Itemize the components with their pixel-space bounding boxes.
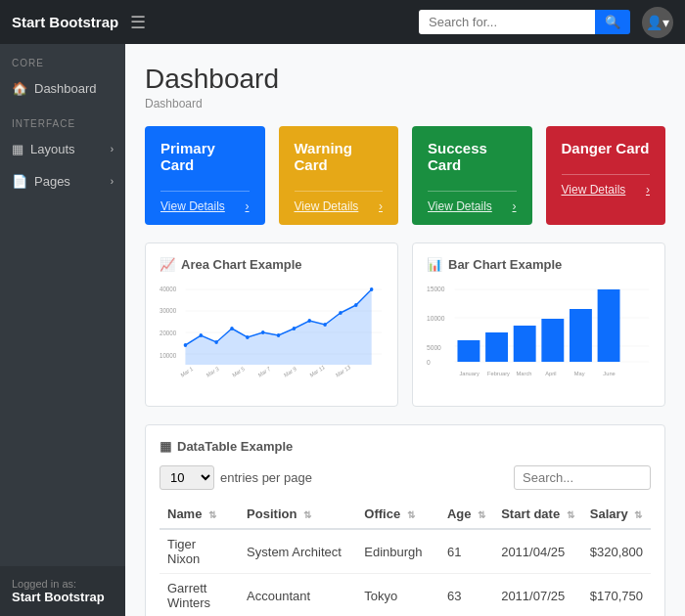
svg-text:Mar 3: Mar 3 bbox=[206, 366, 219, 378]
sidebar-item-layouts[interactable]: ▦ Layouts › bbox=[0, 133, 125, 165]
cards-row: Primary Card View Details › Warning Card… bbox=[145, 126, 665, 225]
svg-text:Mar 7: Mar 7 bbox=[257, 366, 271, 378]
table-cell-position: System Architect bbox=[239, 529, 356, 574]
card-warning-link[interactable]: View Details › bbox=[295, 191, 384, 213]
col-header-position[interactable]: Position ⇅ bbox=[239, 500, 356, 529]
svg-text:May: May bbox=[574, 371, 585, 376]
svg-text:Mar 5: Mar 5 bbox=[231, 366, 245, 378]
svg-text:Mar 13: Mar 13 bbox=[335, 364, 351, 378]
svg-point-17 bbox=[323, 323, 327, 327]
card-primary-title: Primary Card bbox=[160, 140, 250, 173]
svg-point-12 bbox=[246, 335, 250, 339]
svg-text:30000: 30000 bbox=[160, 307, 176, 314]
sidebar-item-pages[interactable]: 📄 Pages › bbox=[0, 165, 125, 198]
search-button[interactable]: 🔍 bbox=[595, 10, 630, 34]
sidebar-toggle-icon[interactable]: ☰ bbox=[130, 12, 146, 33]
sort-icon: ⇅ bbox=[634, 509, 642, 520]
card-danger-link-text: View Details bbox=[562, 183, 626, 197]
chevron-right-icon: › bbox=[111, 144, 114, 154]
svg-point-16 bbox=[307, 319, 311, 323]
sort-icon: ⇅ bbox=[478, 509, 485, 520]
table-row: Garrett WintersAccountantTokyo632011/07/… bbox=[160, 574, 651, 617]
datatable-icon: ▦ bbox=[160, 439, 171, 454]
area-chart-svg: 40000 30000 20000 10000 bbox=[160, 282, 384, 389]
logged-in-label: Logged in as: bbox=[12, 578, 114, 590]
chevron-right-icon: › bbox=[379, 199, 383, 213]
chevron-right-icon: › bbox=[111, 176, 114, 187]
table-cell-age: 63 bbox=[439, 574, 493, 617]
svg-text:10000: 10000 bbox=[160, 352, 176, 359]
datatable-search-input[interactable] bbox=[514, 465, 651, 490]
entries-label: entries per page bbox=[220, 470, 312, 485]
chevron-right-icon: › bbox=[513, 199, 517, 213]
area-chart-box: 📈 Area Chart Example 40000 30000 20000 1… bbox=[145, 242, 398, 407]
table-cell-start_date: 2011/04/25 bbox=[493, 529, 582, 574]
card-success: Success Card View Details › bbox=[412, 126, 532, 225]
svg-text:20000: 20000 bbox=[160, 330, 176, 336]
page-title: Dashboard bbox=[145, 64, 665, 95]
area-chart-title: 📈 Area Chart Example bbox=[160, 257, 384, 272]
area-chart-title-text: Area Chart Example bbox=[181, 257, 302, 272]
charts-row: 📈 Area Chart Example 40000 30000 20000 1… bbox=[145, 242, 665, 407]
sort-icon: ⇅ bbox=[567, 509, 574, 520]
sort-icon: ⇅ bbox=[303, 509, 311, 520]
svg-text:January: January bbox=[459, 371, 479, 376]
entries-select[interactable]: 10 25 50 100 bbox=[160, 465, 214, 490]
bar-chart-title: 📊 Bar Chart Example bbox=[427, 257, 651, 272]
card-primary: Primary Card View Details › bbox=[145, 126, 265, 225]
svg-point-20 bbox=[370, 287, 374, 291]
card-warning-title: Warning Card bbox=[295, 140, 384, 173]
svg-point-15 bbox=[293, 327, 297, 330]
sort-icon: ⇅ bbox=[208, 509, 216, 520]
search-input[interactable] bbox=[419, 10, 595, 34]
datatable-entries-control: 10 25 50 100 entries per page bbox=[160, 465, 312, 490]
table-cell-name: Garrett Winters bbox=[160, 574, 239, 617]
col-header-age[interactable]: Age ⇅ bbox=[439, 500, 493, 529]
table-header-row: Name ⇅ Position ⇅ Office ⇅ Age ⇅ Start d… bbox=[160, 500, 651, 529]
chevron-right-icon: › bbox=[646, 183, 650, 197]
col-header-name[interactable]: Name ⇅ bbox=[160, 500, 239, 529]
area-chart-icon: 📈 bbox=[160, 257, 175, 272]
col-header-salary[interactable]: Salary ⇅ bbox=[582, 500, 651, 529]
svg-text:February: February bbox=[487, 371, 510, 376]
sort-icon: ⇅ bbox=[407, 509, 415, 520]
card-primary-link-text: View Details bbox=[160, 199, 225, 213]
svg-point-9 bbox=[200, 333, 204, 337]
avatar[interactable]: 👤▾ bbox=[642, 7, 673, 38]
datatable-table: Name ⇅ Position ⇅ Office ⇅ Age ⇅ Start d… bbox=[160, 500, 651, 616]
card-primary-link[interactable]: View Details › bbox=[160, 191, 250, 213]
col-header-start-date[interactable]: Start date ⇅ bbox=[493, 500, 582, 529]
main-content: Dashboard Dashboard Primary Card View De… bbox=[125, 44, 685, 616]
sidebar-item-label: Layouts bbox=[30, 142, 75, 156]
card-success-link[interactable]: View Details › bbox=[428, 191, 517, 213]
svg-text:Mar 1: Mar 1 bbox=[180, 366, 194, 378]
table-cell-salary: $320,800 bbox=[582, 529, 651, 574]
svg-text:Mar 11: Mar 11 bbox=[309, 364, 326, 378]
datatable-tbody: Tiger NixonSystem ArchitectEdinburgh6120… bbox=[160, 529, 651, 616]
search-form: 🔍 bbox=[419, 10, 630, 34]
pages-icon: 📄 bbox=[12, 174, 27, 189]
svg-text:5000: 5000 bbox=[427, 344, 441, 351]
card-warning: Warning Card View Details › bbox=[279, 126, 399, 225]
datatable-controls: 10 25 50 100 entries per page bbox=[160, 465, 651, 490]
col-header-office[interactable]: Office ⇅ bbox=[356, 500, 439, 529]
svg-text:15000: 15000 bbox=[427, 286, 445, 292]
table-cell-name: Tiger Nixon bbox=[160, 529, 239, 574]
datatable-title: ▦ DataTable Example bbox=[160, 439, 651, 454]
sidebar-item-dashboard[interactable]: 🏠 Dashboard bbox=[0, 72, 125, 105]
svg-text:April: April bbox=[545, 371, 556, 376]
bar-chart-svg: 15000 10000 5000 0 bbox=[427, 282, 651, 389]
card-success-link-text: View Details bbox=[428, 199, 492, 213]
svg-point-8 bbox=[184, 343, 188, 347]
svg-rect-41 bbox=[598, 289, 620, 362]
card-danger-link[interactable]: View Details › bbox=[562, 174, 651, 197]
sidebar-item-label: Dashboard bbox=[34, 81, 97, 96]
card-danger-title: Danger Card bbox=[562, 140, 651, 156]
table-row: Tiger NixonSystem ArchitectEdinburgh6120… bbox=[160, 529, 651, 574]
breadcrumb: Dashboard bbox=[145, 97, 665, 110]
table-cell-salary: $170,750 bbox=[582, 574, 651, 617]
svg-text:June: June bbox=[603, 371, 615, 376]
svg-text:40000: 40000 bbox=[160, 286, 176, 292]
svg-text:March: March bbox=[517, 371, 532, 376]
brand-title: Start Bootstrap bbox=[12, 14, 118, 30]
